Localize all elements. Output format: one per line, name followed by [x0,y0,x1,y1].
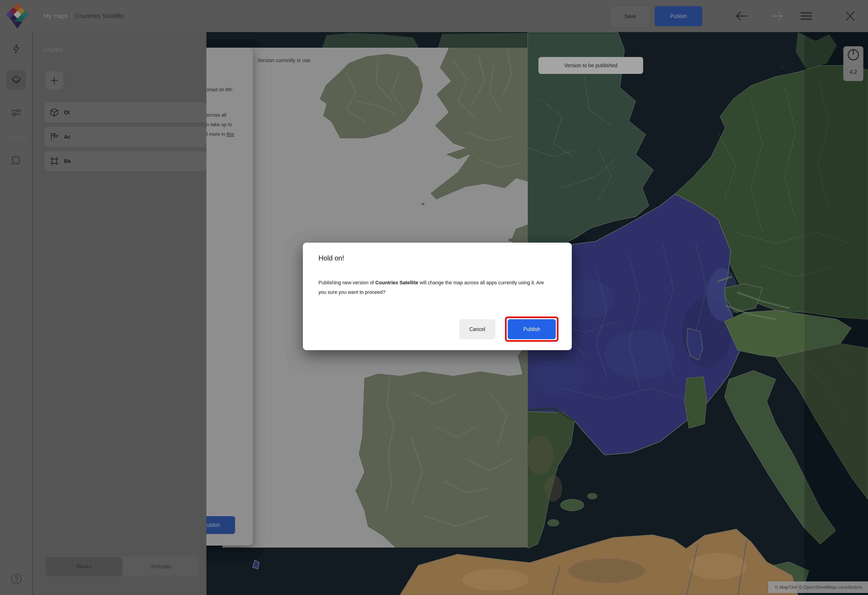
layer-item-objects[interactable]: Ot [44,102,207,123]
add-layer-button[interactable] [45,71,63,90]
version-badge[interactable]: 4.2 [843,64,863,80]
layer-item-label: Ac [64,134,71,140]
breadcrumb-separator: / [71,13,72,19]
current-version-label: Version currently in use [257,58,310,64]
undo-back-arrow-icon[interactable] [729,0,754,32]
modal-body: Publishing new version of Countries Sate… [319,278,552,297]
modal-publish-button[interactable]: Publish [508,319,556,339]
sidebar-item-settings[interactable] [0,101,32,124]
lightning-icon [11,44,21,54]
plus-icon [50,76,59,85]
frame-icon [50,157,59,166]
top-bar: My maps / Countries Satellite Save Publi… [0,0,868,32]
layers-icon [11,75,22,86]
tab-verticality[interactable]: Verticality [123,557,199,576]
close-icon[interactable] [838,0,862,32]
breadcrumb-section[interactable]: My maps [44,13,68,19]
sidebar-item-plugins[interactable] [0,150,32,172]
tool-sidebar [0,32,32,595]
help-icon [10,573,22,585]
modal-map-name: Countries Satellite [375,280,418,286]
modal-cancel-button[interactable]: Cancel [459,319,495,339]
view-mode-tabs: Blocks Verticality [46,557,199,576]
sliders-icon [11,108,22,117]
layer-item-admin[interactable]: Ac [44,127,207,147]
sidebar-item-layers[interactable] [0,69,32,92]
flag-icon [50,132,59,141]
tab-blocks[interactable]: Blocks [46,557,123,576]
modal-body-text: Publishing new version of [319,280,375,286]
breadcrumb: My maps / Countries Satellite [44,0,124,32]
layer-item-label: Ot [64,110,70,115]
confirm-modal: Hold on! Publishing new version of Count… [303,243,572,350]
redo-forward-arrow-icon[interactable] [765,0,790,32]
layer-item-label: Ba [64,158,71,164]
layers-panel: Layers Ot Ac Ba Blocks Verticality [32,32,207,595]
published-version-label: Version to be published [539,57,643,74]
map-attribution: © MapTiler © OpenStreetMap contributors [768,582,868,593]
page-title: Countries Satellite [75,13,124,19]
menu-icon[interactable] [794,0,818,32]
cube-icon [50,108,59,117]
publish-button-top[interactable]: Publish [655,6,702,26]
maptiler-logo [7,3,28,30]
modal-title: Hold on! [319,254,344,262]
sidebar-item-actions[interactable] [0,38,32,60]
history-clock-icon[interactable] [843,46,863,64]
puzzle-icon [11,156,22,166]
sidebar-item-help[interactable] [0,568,32,590]
layers-panel-title: Layers [44,46,63,53]
save-button[interactable]: Save [611,6,650,26]
layer-item-background[interactable]: Ba [44,151,207,171]
toolbar-divider [718,6,719,26]
compare-close-icon[interactable] [776,61,788,74]
sidebar-divider [4,137,28,137]
version-history-widget: 4.2 [843,46,863,81]
